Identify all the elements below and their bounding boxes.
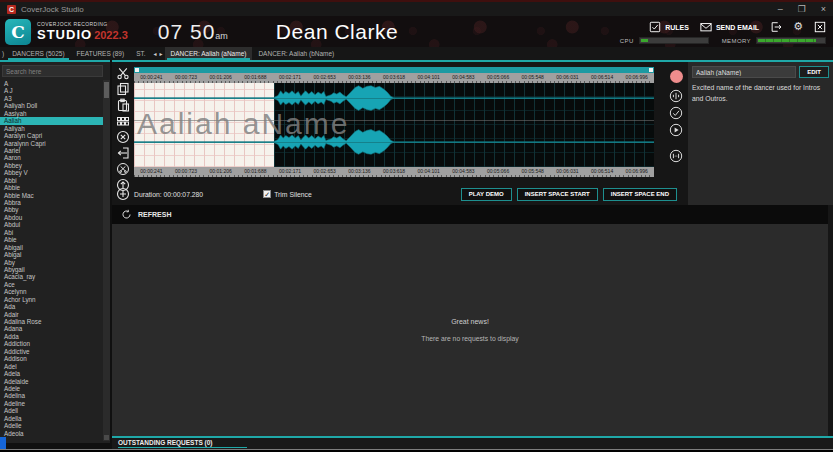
dancer-list-item[interactable]: Adelaide — [0, 378, 103, 385]
outstanding-requests-bar[interactable]: OUTSTANDING REQUESTS (0) — [112, 436, 833, 449]
dancer-list-item[interactable]: Adell — [0, 407, 103, 414]
dancer-list-item[interactable]: Aaron — [0, 154, 103, 161]
dancer-list-item[interactable]: Abbey — [0, 162, 103, 169]
dancer-name-field[interactable] — [692, 66, 796, 78]
dancer-list-item[interactable]: Adele — [0, 385, 103, 392]
dancer-list-item[interactable]: Ace — [0, 281, 103, 288]
close-app-icon[interactable] — [814, 21, 826, 33]
dancer-list-item[interactable]: Addiction — [0, 340, 103, 347]
dancer-list-item[interactable]: Acacia_ray — [0, 273, 103, 280]
memory-meter-fill — [758, 39, 816, 42]
close-button[interactable]: × — [821, 4, 826, 14]
search-input[interactable] — [2, 65, 103, 77]
memory-label: MEMORY — [722, 38, 751, 44]
tab-features[interactable]: FEATURES (89) — [71, 47, 131, 60]
dancer-list-item[interactable]: Abie — [0, 236, 103, 243]
dancer-list-item[interactable]: A — [0, 80, 103, 87]
play-icon[interactable] — [669, 123, 683, 137]
normalize-icon[interactable] — [669, 89, 683, 103]
recording-controls — [664, 68, 688, 163]
add-icon[interactable] — [116, 187, 130, 201]
tab-dancer-bname[interactable]: DANCER: Aaliah (bName) — [252, 47, 340, 60]
dancer-list-item[interactable]: Abby — [0, 206, 103, 213]
refresh-bar[interactable]: REFRESH — [112, 205, 828, 224]
dancer-list-item[interactable]: Ada — [0, 303, 103, 310]
send-email-button[interactable]: SEND EMAIL — [700, 21, 759, 33]
trim-scissors-icon[interactable] — [116, 162, 130, 176]
timeline-label: 00:04:101 — [411, 73, 446, 83]
dancer-list-item[interactable]: Abbie Mac — [0, 192, 103, 199]
dancer-list-item[interactable]: Aby — [0, 259, 103, 266]
logout-icon[interactable] — [770, 21, 782, 33]
dancer-list-item[interactable]: Adeline — [0, 400, 103, 407]
waveform-canvas[interactable]: Aaliah aName — [134, 83, 654, 167]
dancer-list-item[interactable]: Achor Lynn — [0, 296, 103, 303]
delete-icon[interactable] — [116, 130, 130, 144]
copy-icon[interactable] — [116, 82, 130, 96]
dancer-list-item[interactable]: Aasiyah — [0, 110, 103, 117]
dancer-list-item[interactable]: Abbra — [0, 199, 103, 206]
dancer-list-item[interactable]: Aaliyah Doll — [0, 102, 103, 109]
scrollbar-thumb[interactable] — [104, 82, 109, 98]
dancer-list-item[interactable]: Adair — [0, 311, 103, 318]
dancer-list-item[interactable]: Abdul — [0, 221, 103, 228]
dancer-list-item[interactable]: Aaralyn Capri — [0, 132, 103, 139]
restore-button[interactable]: ❐ — [798, 4, 806, 14]
dancer-list-item[interactable]: Abbey V — [0, 169, 103, 176]
selection-handle-left[interactable] — [135, 68, 139, 72]
sidebar-scrollbar[interactable] — [103, 80, 110, 441]
insert-space-end-button[interactable]: INSERT SPACE END — [603, 188, 677, 201]
dancer-list-item[interactable]: A3 — [0, 95, 103, 102]
record-icon[interactable] — [670, 70, 683, 83]
dancer-list-item[interactable]: Abbie — [0, 184, 103, 191]
tab-st-truncated[interactable]: ST. — [130, 47, 151, 60]
dancer-list-item[interactable]: Adella — [0, 415, 103, 422]
tab-dancer-aname[interactable]: DANCER: Aaliah (aName) — [165, 47, 253, 60]
dancer-list-item[interactable]: Adda — [0, 333, 103, 340]
approve-icon[interactable] — [669, 106, 683, 120]
dancer-list-item[interactable]: Aaralynn Capri — [0, 140, 103, 147]
dancer-list-item[interactable]: Abigal — [0, 251, 103, 258]
trim-silence-checkbox[interactable]: ✓ — [263, 190, 271, 198]
timeline-label: 00:01:206 — [203, 167, 238, 177]
dancer-list-item[interactable]: Adel — [0, 363, 103, 370]
rules-button[interactable]: RULES — [649, 21, 689, 33]
minimize-button[interactable]: – — [778, 4, 783, 14]
dancer-list-item[interactable]: Abigail — [0, 244, 103, 251]
scrollbar-down-button[interactable] — [104, 435, 109, 440]
blocks-icon[interactable] — [116, 114, 130, 128]
dancer-list-item[interactable]: Aaliyah — [0, 125, 103, 132]
dancer-list-item[interactable]: Abbi — [0, 177, 103, 184]
dancer-list-item[interactable]: Addison — [0, 355, 103, 362]
settings-gear-icon[interactable]: ⚙ — [793, 21, 803, 33]
clock-time: 07 50 — [158, 20, 216, 43]
selection-handle-right[interactable] — [649, 68, 653, 72]
dancer-list-item[interactable]: Adela — [0, 370, 103, 377]
dancer-list-item[interactable]: Adalina Rose — [0, 318, 103, 325]
paste-icon[interactable] — [116, 98, 130, 112]
cut-icon[interactable] — [116, 66, 130, 80]
dancer-list-item[interactable]: Abdou — [0, 214, 103, 221]
play-demo-button[interactable]: PLAY DEMO — [461, 188, 512, 201]
trim-silence-control[interactable]: ✓ Trim Silence — [263, 190, 312, 198]
dancer-list-item[interactable]: Adana — [0, 325, 103, 332]
dancer-list-item[interactable]: Adeola — [0, 430, 103, 437]
import-icon[interactable] — [116, 146, 130, 160]
dancer-list-item[interactable]: Abygail — [0, 266, 103, 273]
tab-bar: ) DANCERS (5025) FEATURES (89) ST. ◂ ▸ D… — [0, 47, 833, 60]
tab-scroll-left-icon[interactable]: ◂ — [154, 50, 157, 57]
dancer-list-item[interactable]: A J — [0, 87, 103, 94]
dancer-list-item[interactable]: Aariel — [0, 147, 103, 154]
tab-dancers[interactable]: DANCERS (5025) — [6, 47, 70, 60]
dancer-list-item[interactable]: Addictive — [0, 348, 103, 355]
dancer-list-item[interactable]: Adelle — [0, 422, 103, 429]
timeline-label: 00:06:996 — [619, 73, 654, 83]
dancer-list-item[interactable]: Aaliah — [0, 117, 103, 124]
spacing-icon[interactable] — [669, 149, 683, 163]
dancer-list-item[interactable]: Acelynn — [0, 288, 103, 295]
dancer-list-item[interactable]: Abi — [0, 229, 103, 236]
dancer-list-item[interactable]: Adelina — [0, 392, 103, 399]
tab-scroll-right-icon[interactable]: ▸ — [160, 50, 163, 57]
edit-button[interactable]: EDIT — [799, 66, 829, 78]
insert-space-start-button[interactable]: INSERT SPACE START — [517, 188, 598, 201]
